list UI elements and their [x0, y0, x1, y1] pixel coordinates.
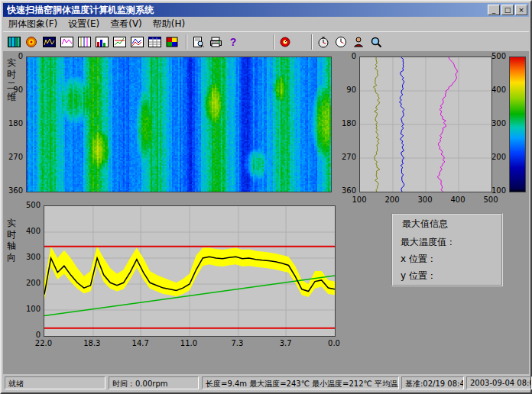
- axis-tick-label: 0: [36, 331, 41, 339]
- axis-tick-label: 200: [26, 279, 41, 287]
- axis-tick-label: 180: [8, 119, 23, 128]
- print-button[interactable]: [207, 34, 225, 50]
- clock-icon: [335, 36, 348, 48]
- svg-text:?: ?: [230, 36, 237, 48]
- shell-2d-image-icon: [8, 36, 21, 48]
- client-area: 实时二维 090180270360 090180270360 100200300…: [3, 51, 529, 374]
- circumferential-curve-button[interactable]: [58, 34, 76, 50]
- axis-tick-label: 0.0: [328, 339, 340, 347]
- y-position-row: y 位置：: [401, 270, 440, 283]
- status-time: 时间：0.00rpm: [109, 376, 199, 389]
- menu-item-settings[interactable]: 设置(E): [63, 16, 105, 32]
- temperature-colorbar: [509, 57, 526, 192]
- axis-tick-label: 200: [491, 153, 506, 161]
- axis-tick-label: 11.0: [180, 339, 197, 347]
- axis-tick-label: 200: [384, 195, 399, 204]
- axis-tick-label: 500: [26, 201, 41, 209]
- color-palette-icon: [166, 36, 179, 48]
- toolbar-separator: [186, 34, 187, 50]
- axis-tick-label: 500: [483, 195, 498, 204]
- profile-y-axis: 090180270360: [336, 57, 358, 191]
- max-info-title: 最大值信息: [402, 218, 448, 231]
- profile-x-axis: 100200300400500: [359, 195, 491, 205]
- compare-chart-button[interactable]: [128, 34, 146, 50]
- circumferential-curve-icon: [60, 36, 73, 48]
- axial-curves: [44, 206, 335, 337]
- axial-x-axis: 22.018.314.711.07.33.70.0: [44, 339, 334, 348]
- axis-tick-label: 360: [342, 186, 356, 195]
- max-info-panel: 最大值信息 最大温度值： x 位置： y 位置：: [391, 213, 503, 286]
- maximize-button[interactable]: □: [501, 5, 514, 15]
- zoom-button[interactable]: [368, 34, 385, 50]
- help-button[interactable]: ?: [225, 34, 242, 50]
- toolbar-separator: [311, 34, 313, 50]
- axis-tick-label: 270: [8, 153, 23, 161]
- profile-curves-button[interactable]: [76, 34, 93, 50]
- max-temp-row: 最大温度值：: [401, 236, 459, 249]
- axis-tick-label: 22.0: [35, 339, 52, 347]
- print-icon: [209, 36, 222, 48]
- axis-tick-label: 400: [450, 195, 465, 204]
- axis-tick-label: 300: [491, 119, 506, 128]
- user-icon: [352, 36, 365, 48]
- axial-axis-title: 实时轴向: [6, 218, 17, 263]
- shell-2d-image-button[interactable]: [5, 34, 23, 50]
- colorbar-gradient: [510, 57, 525, 192]
- shell-section-button[interactable]: [23, 34, 41, 50]
- map-y-axis: 090180270360: [3, 57, 24, 191]
- y-position-label: y 位置：: [401, 270, 436, 281]
- realtime-2d-map[interactable]: [26, 57, 332, 192]
- title-bar[interactable]: 快速扫描窑胴体温度计算机监测系统 _ □ ×: [3, 3, 529, 17]
- menu-item-view[interactable]: 查看(V): [105, 16, 148, 32]
- data-table-icon: [148, 36, 161, 48]
- user-button[interactable]: [350, 34, 368, 50]
- axis-tick-label: 14.7: [132, 339, 149, 347]
- menu-bar: 胴体图象(F)设置(E)查看(V)帮助(H): [3, 17, 529, 31]
- axis-tick-label: 180: [342, 119, 356, 128]
- axis-tick-label: 400: [26, 227, 41, 235]
- axis-tick-label: 7.3: [231, 339, 243, 347]
- axis-tick-label: 300: [26, 253, 41, 261]
- axial-chart[interactable]: [44, 205, 336, 337]
- profile-curves: [360, 57, 491, 192]
- alarm-button[interactable]: [277, 34, 294, 50]
- print-preview-button[interactable]: [190, 34, 207, 50]
- status-ready: 就绪: [5, 376, 105, 389]
- clock-button[interactable]: [332, 34, 350, 50]
- axis-tick-label: 100: [352, 195, 366, 204]
- color-palette-button[interactable]: [164, 34, 181, 50]
- axial-y-axis: 5004003002001000: [21, 205, 42, 335]
- axis-tick-label: 360: [8, 186, 23, 195]
- compare-chart-icon: [131, 36, 144, 48]
- menu-item-shell-image[interactable]: 胴体图象(F): [3, 16, 63, 32]
- x-position-row: x 位置：: [401, 253, 440, 266]
- histogram-button[interactable]: [93, 34, 111, 50]
- axis-tick-label: 100: [491, 186, 506, 195]
- axial-curve-icon: [43, 36, 56, 48]
- axial-curve-button[interactable]: [41, 34, 58, 50]
- axis-tick-label: 18.3: [83, 339, 100, 347]
- axis-tick-label: 0: [18, 52, 23, 60]
- menu-item-help[interactable]: 帮助(H): [148, 16, 190, 32]
- data-table-button[interactable]: [146, 34, 164, 50]
- close-button[interactable]: ×: [515, 5, 527, 15]
- profile-chart[interactable]: [359, 57, 492, 192]
- axis-tick-label: 90: [346, 86, 356, 94]
- status-baseline: 基准:02/19 08:45: [401, 376, 464, 389]
- print-preview-icon: [192, 36, 205, 48]
- axis-tick-label: 90: [13, 86, 23, 94]
- stopwatch-icon: [317, 36, 330, 48]
- status-stats: 长度=9.4m 最大温度=243℃ 最小温度=212℃ 平均温度=226℃: [202, 376, 399, 389]
- stopwatch-button[interactable]: [315, 34, 332, 50]
- toolbar: ?: [3, 31, 529, 51]
- trend-chart-icon: [113, 36, 126, 48]
- alarm-icon: [279, 36, 292, 48]
- minimize-button[interactable]: _: [488, 5, 500, 15]
- axis-tick-label: 100: [26, 305, 41, 313]
- axis-tick-label: 0: [352, 52, 356, 60]
- toolbar-separator: [273, 34, 274, 50]
- trend-chart-button[interactable]: [111, 34, 128, 50]
- app-window: 快速扫描窑胴体温度计算机监测系统 _ □ × 胴体图象(F)设置(E)查看(V)…: [0, 0, 532, 394]
- help-icon: ?: [227, 36, 240, 48]
- window-title: 快速扫描窑胴体温度计算机监测系统: [7, 4, 486, 17]
